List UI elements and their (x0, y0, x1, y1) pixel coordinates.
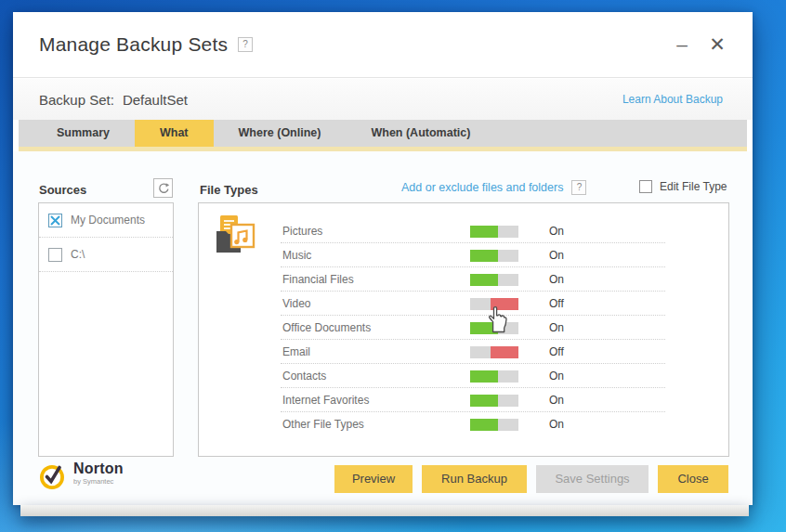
file-type-label: Email (282, 340, 310, 364)
other-file-types-toggle[interactable] (470, 419, 518, 431)
edit-file-type-checkbox[interactable] (639, 180, 652, 193)
contacts-toggle[interactable] (470, 370, 518, 383)
file-type-label: Other File Types (282, 412, 364, 436)
page-title: Manage Backup Sets? (39, 33, 253, 56)
file-type-label: Office Documents (282, 316, 371, 340)
tab-summary[interactable]: Summary (32, 120, 135, 147)
edit-file-type-control[interactable]: Edit File Type (639, 180, 727, 193)
music-toggle[interactable] (470, 250, 518, 262)
file-type-label: Contacts (282, 364, 326, 388)
refresh-sources-button[interactable] (153, 178, 173, 198)
save-settings-button: Save Settings (536, 465, 648, 493)
refresh-icon (157, 182, 170, 195)
file-type-label: Pictures (282, 219, 322, 243)
source-item-c-drive[interactable]: C:\ (39, 238, 173, 272)
title-help-icon[interactable]: ? (238, 37, 253, 52)
add-exclude-help-icon[interactable]: ? (571, 180, 586, 195)
file-type-row-pictures: Pictures On (281, 219, 665, 243)
sources-heading: Sources (39, 183, 86, 197)
window-base-shadow (20, 505, 749, 516)
toggle-state-text: On (549, 364, 564, 388)
learn-about-backup-link[interactable]: Learn About Backup (622, 93, 723, 106)
file-types-heading: File Types (200, 183, 258, 197)
file-type-row-internet-favorites: Internet Favorites On (281, 388, 665, 412)
tab-bar: Summary What Where (Online) When (Automa… (19, 120, 747, 147)
file-type-label: Internet Favorites (282, 388, 369, 412)
action-buttons: Preview Run Backup Save Settings Close (334, 465, 728, 493)
toggle-state-text: Off (549, 340, 564, 364)
pictures-toggle[interactable] (470, 226, 518, 238)
email-toggle[interactable] (470, 346, 518, 358)
toggle-state-text: On (549, 219, 564, 243)
norton-logo: Norton by Symantec (38, 461, 124, 491)
tab-when-automatic[interactable]: When (Automatic) (346, 120, 495, 147)
toggle-state-text: On (549, 412, 564, 436)
content-area: Sources My Documents (13, 151, 753, 505)
backup-set-value: DefaultSet (123, 92, 188, 108)
source-item-label: My Documents (71, 214, 145, 227)
file-type-label: Financial Files (282, 267, 354, 292)
toggle-state-text: Off (549, 292, 564, 316)
titlebar: Manage Backup Sets? – ✕ (13, 12, 753, 78)
manage-backup-sets-window: Manage Backup Sets? – ✕ Backup Set: Defa… (13, 12, 753, 505)
financial-files-toggle[interactable] (470, 274, 518, 286)
video-toggle[interactable] (470, 298, 518, 310)
file-type-row-email: Email Off (281, 340, 665, 364)
file-type-row-video: Video Off (281, 292, 665, 316)
tab-where-online[interactable]: Where (Online) (214, 120, 347, 147)
minimize-button[interactable]: – (671, 34, 693, 57)
office-documents-toggle[interactable] (470, 322, 518, 334)
norton-check-icon (38, 461, 68, 491)
source-item-my-documents[interactable]: My Documents (39, 203, 173, 238)
backup-set-row: Backup Set: DefaultSet Learn About Backu… (13, 79, 753, 120)
close-button[interactable]: Close (658, 465, 728, 493)
add-exclude-files-link[interactable]: Add or exclude files and folders (401, 181, 563, 194)
tab-what[interactable]: What (135, 120, 214, 147)
my-documents-checkbox[interactable] (48, 214, 62, 227)
toggle-state-text: On (549, 388, 564, 412)
file-types-stack-icon (214, 213, 260, 259)
edit-file-type-label: Edit File Type (660, 180, 727, 193)
norton-brand-text: Norton (73, 461, 124, 476)
toggle-state-text: On (549, 267, 564, 292)
page-title-text: Manage Backup Sets (39, 33, 228, 55)
file-type-row-contacts: Contacts On (281, 364, 665, 388)
file-type-row-financial-files: Financial Files On (281, 267, 665, 292)
file-type-label: Video (282, 292, 310, 316)
file-type-label: Music (282, 243, 311, 267)
file-types-panel: Pictures On Music On Financial Files On … (198, 202, 729, 457)
preview-button[interactable]: Preview (334, 465, 413, 493)
checkmark-x-icon (49, 214, 61, 227)
file-type-row-other-file-types: Other File Types On (281, 412, 665, 436)
internet-favorites-toggle[interactable] (470, 395, 518, 407)
file-types-list: Pictures On Music On Financial Files On … (281, 219, 665, 436)
norton-brand-subtext: by Symantec (73, 478, 124, 486)
c-drive-checkbox[interactable] (48, 248, 62, 262)
source-item-label: C:\ (71, 248, 85, 261)
toggle-state-text: On (549, 316, 564, 340)
file-type-row-office-documents: Office Documents On (281, 316, 665, 340)
close-window-button[interactable]: ✕ (706, 34, 728, 57)
run-backup-button[interactable]: Run Backup (422, 465, 527, 493)
file-type-row-music: Music On (281, 243, 665, 267)
toggle-state-text: On (549, 243, 564, 267)
backup-set-label: Backup Set: (39, 92, 114, 108)
sources-panel: My Documents C:\ (38, 202, 174, 457)
